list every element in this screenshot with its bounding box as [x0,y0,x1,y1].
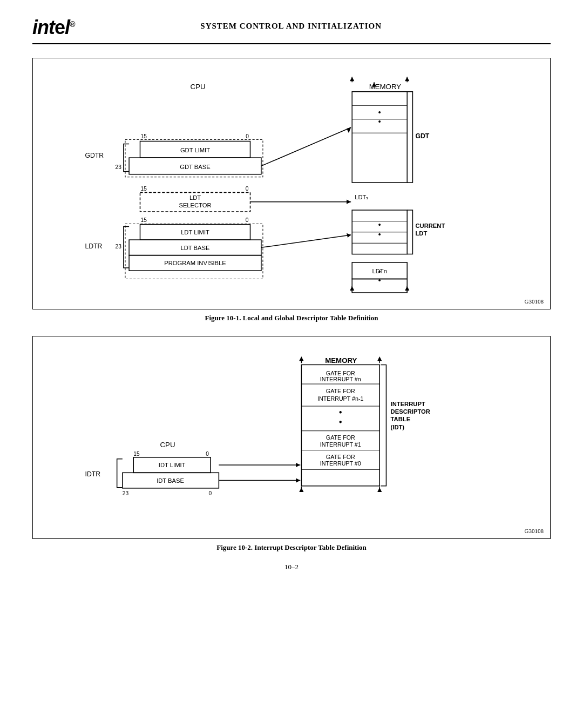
svg-text:GATE FOR: GATE FOR [326,370,355,376]
svg-text:DESCRIPTOR: DESCRIPTOR [391,408,430,415]
svg-marker-63 [405,286,409,291]
intel-logo: intel® [32,16,74,39]
svg-marker-42 [347,233,351,238]
figure2-container: MEMORY GATE FOR INTERRUPT #n GATE FOR IN… [32,336,551,539]
svg-text:GDT BASE: GDT BASE [180,164,210,170]
svg-line-19 [261,127,351,166]
svg-text:0: 0 [246,133,249,139]
svg-text:23: 23 [116,244,122,250]
figure1-diagram: CPU MEMORY • • GDT GDTR GDT LIMIT [44,69,539,296]
svg-text:LDTR: LDTR [85,242,103,250]
svg-marker-106 [377,488,382,492]
svg-marker-68 [377,356,382,361]
svg-text:15: 15 [141,133,147,139]
svg-text:GDT LIMIT: GDT LIMIT [180,147,210,153]
svg-text:GDTR: GDTR [85,152,104,159]
svg-text:TABLE: TABLE [391,416,411,422]
svg-text:MEMORY: MEMORY [325,356,357,365]
svg-text:0: 0 [206,451,209,457]
svg-text:LDT BASE: LDT BASE [181,245,210,251]
svg-text:INTERRUPT #0: INTERRUPT #0 [320,460,361,467]
svg-text:0: 0 [246,217,249,223]
svg-text:GDT: GDT [416,132,430,140]
svg-text:15: 15 [133,451,140,457]
svg-marker-104 [299,488,303,492]
svg-text:0: 0 [246,186,249,192]
page-number: 10–2 [32,563,551,571]
svg-marker-59 [405,77,409,81]
svg-text:CURRENT: CURRENT [416,223,445,229]
svg-text:15: 15 [141,217,147,223]
svg-text:GATE FOR: GATE FOR [326,388,355,394]
svg-text:•: • [339,417,342,428]
svg-text:LDT: LDT [416,230,428,237]
figure1-id: G30108 [525,298,544,305]
svg-marker-57 [350,77,354,81]
svg-text:INTERRUPT #n-1: INTERRUPT #n-1 [317,395,363,402]
figure2-caption: Figure 10-2. Interrupt Descriptor Table … [32,543,551,552]
svg-text:IDT BASE: IDT BASE [157,477,184,484]
svg-text:SELECTOR: SELECTOR [179,202,211,208]
svg-text:GATE FOR: GATE FOR [326,434,355,441]
page-title: SYSTEM CONTROL AND INITIALIZATION [74,16,507,31]
svg-text:23: 23 [123,490,129,496]
svg-marker-102 [296,478,300,483]
svg-text:LDT: LDT [189,194,201,201]
svg-marker-66 [299,356,303,361]
figure1-caption: Figure 10-1. Local and Global Descriptor… [32,314,551,322]
figure1-container: CPU MEMORY • • GDT GDTR GDT LIMIT [32,58,551,309]
page: intel® SYSTEM CONTROL AND INITIALIZATION… [0,0,583,728]
svg-rect-21 [125,139,263,177]
svg-text:LDT₁: LDT₁ [355,194,368,200]
figure2-id: G30108 [525,528,544,534]
svg-text:•: • [378,275,381,286]
svg-text:15: 15 [141,186,147,192]
svg-text:INTERRUPT #n: INTERRUPT #n [320,376,361,382]
svg-text:INTERRUPT: INTERRUPT [391,401,425,407]
svg-text:CPU: CPU [160,441,175,449]
svg-marker-100 [296,463,300,467]
svg-text:IDT LIMIT: IDT LIMIT [159,462,186,468]
svg-text:•: • [378,220,381,230]
svg-marker-61 [350,286,354,291]
svg-text:CPU: CPU [191,83,206,91]
svg-text:PROGRAM INVISIBLE: PROGRAM INVISIBLE [164,260,226,266]
svg-text:0: 0 [208,490,212,496]
svg-text:•: • [378,107,381,118]
figure2-diagram: MEMORY GATE FOR INTERRUPT #n GATE FOR IN… [44,347,539,525]
svg-marker-28 [347,200,351,204]
svg-text:23: 23 [116,164,122,170]
svg-text:LDT LIMIT: LDT LIMIT [181,229,209,235]
svg-text:•: • [378,230,381,240]
svg-marker-20 [347,127,351,133]
svg-text:GATE FOR: GATE FOR [326,454,355,460]
svg-text:(IDT): (IDT) [391,424,405,430]
svg-line-41 [261,235,351,247]
svg-text:IDTR: IDTR [85,470,101,478]
svg-text:•: • [378,117,381,127]
svg-text:INTERRUPT #1: INTERRUPT #1 [320,441,361,448]
page-header: intel® SYSTEM CONTROL AND INITIALIZATION [32,16,551,44]
